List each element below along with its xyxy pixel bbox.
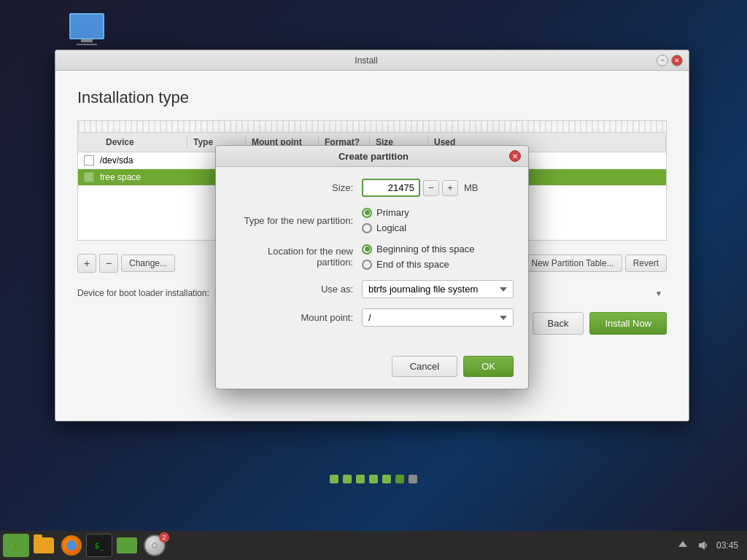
type-row: Type for the new partition: Primary Logi… xyxy=(231,207,514,233)
type-primary-option[interactable]: Primary xyxy=(362,207,409,218)
firefox-button[interactable] xyxy=(58,534,85,557)
type-label: Type for the new partition: xyxy=(231,215,362,226)
use-as-select[interactable]: btrfs journaling file system ext4 journa… xyxy=(362,280,514,298)
optical-hole xyxy=(152,542,158,548)
mount-label: Mount point: xyxy=(231,312,362,323)
svg-marker-0 xyxy=(678,541,687,547)
optical-drive-button[interactable]: 2 xyxy=(142,534,168,557)
radio-primary[interactable] xyxy=(362,208,372,218)
firefox-icon xyxy=(61,535,82,556)
mount-select[interactable]: / /boot /home /tmp xyxy=(362,308,514,327)
dialog-buttons: Cancel OK xyxy=(216,349,528,389)
size-increase-button[interactable]: + xyxy=(442,180,458,196)
progress-dots xyxy=(330,475,417,483)
cancel-button[interactable]: Cancel xyxy=(392,356,457,377)
desktop: Install － ✕ Installation type Device Typ… xyxy=(0,0,747,560)
type-logical-option[interactable]: Logical xyxy=(362,222,409,233)
folder-icon xyxy=(34,537,54,553)
dialog-title: Create partition xyxy=(238,151,509,162)
dialog-titlebar: Create partition ✕ xyxy=(216,146,528,167)
location-end-option[interactable]: End of this space xyxy=(362,259,474,270)
use-as-label: Use as: xyxy=(231,284,362,295)
dialog-body: Size: − + MB Type for the new partition: xyxy=(216,167,528,349)
size-unit: MB xyxy=(464,182,479,193)
desktop-monitor-icon xyxy=(69,13,104,39)
size-control: − + MB xyxy=(362,179,514,197)
dialog-overlay: Create partition ✕ Size: − + MB xyxy=(55,50,689,421)
partition-type-group: Primary Logical xyxy=(362,207,409,233)
dot-1 xyxy=(330,475,338,483)
dialog-close-button[interactable]: ✕ xyxy=(509,150,521,162)
dot-5 xyxy=(382,475,391,483)
type-logical-label: Logical xyxy=(376,222,406,233)
dot-6 xyxy=(395,475,404,483)
dot-2 xyxy=(343,475,352,483)
type-primary-label: Primary xyxy=(376,207,409,218)
type-control: Primary Logical xyxy=(362,207,514,233)
size-label: Size: xyxy=(231,182,362,193)
mount-control: / /boot /home /tmp xyxy=(362,308,514,327)
location-beginning-option[interactable]: Beginning of this space xyxy=(362,244,474,254)
location-end-label: End of this space xyxy=(376,259,449,270)
home-folder-button[interactable] xyxy=(31,534,57,557)
size-input[interactable] xyxy=(362,179,420,197)
use-as-row: Use as: btrfs journaling file system ext… xyxy=(231,280,514,298)
mount-row: Mount point: / /boot /home /tmp xyxy=(231,308,514,327)
svg-marker-2 xyxy=(702,541,705,550)
clock: 03:45 xyxy=(716,540,738,551)
create-partition-dialog: Create partition ✕ Size: − + MB xyxy=(215,145,529,389)
use-as-control: btrfs journaling file system ext4 journa… xyxy=(362,280,514,298)
taskbar: 🌿 $_ 2 xyxy=(0,531,747,560)
mint-menu-button[interactable]: 🌿 xyxy=(3,534,29,557)
terminal-icon: $_ xyxy=(94,541,104,551)
size-row: Size: − + MB xyxy=(231,179,514,197)
terminal-button[interactable]: $_ xyxy=(86,534,112,557)
optical-badge: 2 xyxy=(159,532,169,542)
radio-logical[interactable] xyxy=(362,223,372,233)
svg-rect-1 xyxy=(699,543,702,548)
location-control: Beginning of this space End of this spac… xyxy=(362,244,514,270)
location-beginning-label: Beginning of this space xyxy=(376,244,474,254)
dot-7 xyxy=(409,475,417,483)
partition-location-group: Beginning of this space End of this spac… xyxy=(362,244,474,270)
size-decrease-button[interactable]: − xyxy=(423,180,439,196)
files-button[interactable] xyxy=(114,534,140,557)
location-label: Location for the new partition: xyxy=(231,246,362,268)
volume-tray-icon[interactable] xyxy=(696,538,711,553)
installer-window: Install － ✕ Installation type Device Typ… xyxy=(55,50,689,421)
network-tray-icon[interactable] xyxy=(676,538,690,553)
mint-logo: 🌿 xyxy=(11,541,21,551)
files-icon xyxy=(117,537,137,553)
ok-button[interactable]: OK xyxy=(463,356,514,377)
radio-beginning[interactable] xyxy=(362,244,372,254)
dot-4 xyxy=(369,475,378,483)
location-row: Location for the new partition: Beginnin… xyxy=(231,244,514,270)
dot-3 xyxy=(356,475,365,483)
radio-end[interactable] xyxy=(362,260,372,270)
system-tray: 03:45 xyxy=(676,538,744,553)
